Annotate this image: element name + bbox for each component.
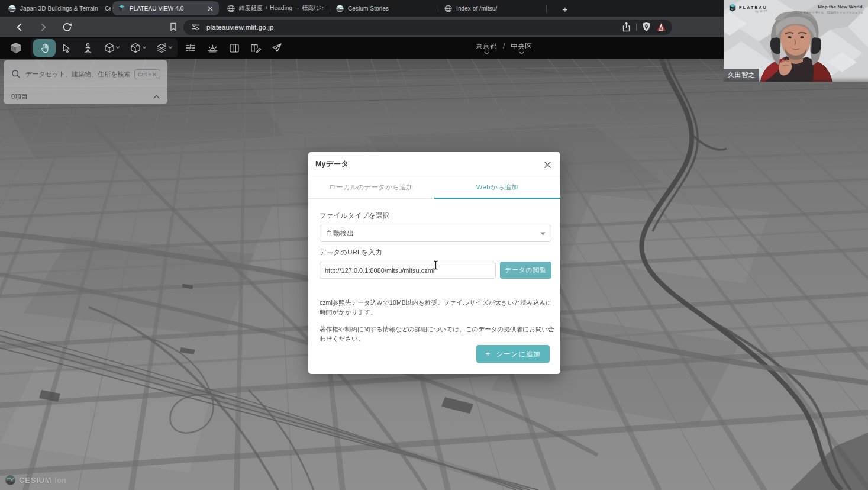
url-text[interactable]: plateauview.mlit.go.jp <box>206 24 274 31</box>
copyright-note: 著作権や制約に関する情報などの詳細については、このデータの提供者にお問い合わせく… <box>320 325 554 344</box>
tab-plateau-view-active[interactable]: PLATEAU VIEW 4.0 <box>112 1 219 15</box>
reload-icon <box>62 22 72 32</box>
site-settings-icon[interactable] <box>191 22 201 32</box>
tab-add-from-web[interactable]: Webから追加 <box>434 176 560 198</box>
tab-title: Japan 3D Buildings & Terrain – Ce <box>20 5 111 12</box>
hand-tool-button[interactable] <box>33 39 56 57</box>
preview-data-button[interactable]: データの閲覧 <box>500 262 551 279</box>
cube-icon <box>104 43 115 53</box>
plateau-logo-icon <box>118 5 125 12</box>
tab-separator <box>546 5 547 12</box>
chevron-up-icon[interactable] <box>153 95 160 99</box>
attribution-ion-label: ion <box>54 476 66 485</box>
modal-header: Myデータ <box>308 152 560 176</box>
plateau-brand-name: PLATEAU <box>739 5 767 9</box>
breadcrumb-prefecture[interactable]: 東京都 <box>476 37 497 59</box>
file-type-select[interactable]: 自動検出 <box>320 225 551 242</box>
breadcrumb-city[interactable]: 中央区 <box>511 37 532 59</box>
tab-index-of-mitsu[interactable]: Index of /mitsu/ <box>438 0 545 17</box>
cesium-logo-icon <box>8 5 16 12</box>
modal-close-button[interactable] <box>541 159 553 170</box>
items-count-label: 0項目 <box>11 92 28 101</box>
new-tab-button[interactable]: + <box>559 2 572 15</box>
pedestrian-icon <box>83 43 93 53</box>
bat-triangle-icon[interactable] <box>656 22 666 31</box>
shadow-toggle-button[interactable] <box>204 39 221 57</box>
globe-icon <box>227 5 235 12</box>
tab-add-from-local[interactable]: ローカルのデータから追加 <box>308 176 434 198</box>
hand-icon <box>39 43 50 54</box>
cursor-arrow-icon <box>62 43 72 53</box>
close-x-icon <box>544 161 551 169</box>
globe-icon <box>444 5 452 12</box>
breadcrumb-city-label: 中央区 <box>511 42 532 51</box>
share-icon[interactable] <box>622 22 631 32</box>
text-cursor <box>433 260 439 270</box>
url-bar[interactable]: plateauview.mlit.go.jp <box>183 20 672 35</box>
cesium-ion-attribution[interactable]: CESIUM ion <box>5 475 66 486</box>
modal-body: ファイルタイプを選択 自動検出 データのURLを入力 データの閲覧 czml参照… <box>308 199 560 344</box>
breadcrumb-prefecture-label: 東京都 <box>476 42 497 51</box>
story-edit-button[interactable] <box>247 39 264 57</box>
book-pencil-icon <box>250 43 262 53</box>
tab-title: PLATEAU VIEW 4.0 <box>130 5 202 12</box>
modal-tab-bar: ローカルのデータから追加 Webから追加 <box>308 176 560 199</box>
pedestrian-tool-button[interactable] <box>79 39 96 57</box>
dataset-items-row[interactable]: 0項目 <box>4 89 167 104</box>
select-caret-icon <box>540 232 546 236</box>
tab-cesium-stories[interactable]: Cesium Stories <box>330 0 437 17</box>
tab-keido-ido-heading[interactable]: 緯度経度 + Heading → 標高/ジオイド <box>221 0 328 17</box>
layers-icon: 3 <box>156 43 167 53</box>
bookmark-icon[interactable] <box>167 21 179 33</box>
tab-japan-3d-buildings[interactable]: Japan 3D Buildings & Terrain – Ce <box>2 0 112 17</box>
brave-shield-icon[interactable] <box>642 22 651 32</box>
url-bar-separator <box>636 23 637 31</box>
compare-columns-button[interactable] <box>225 39 243 57</box>
file-type-label: ファイルタイプを選択 <box>320 211 551 220</box>
share-plane-button[interactable] <box>268 39 286 57</box>
tab-close-icon[interactable] <box>206 5 214 12</box>
tab-title: 緯度経度 + Heading → 標高/ジオイド <box>239 4 323 12</box>
add-to-scene-label: シーンに追加 <box>496 350 541 359</box>
sliders-icon <box>185 43 196 53</box>
search-row: Ctrl + K <box>4 60 167 88</box>
shortcut-badge: Ctrl + K <box>134 69 160 79</box>
chevron-down-icon[interactable] <box>168 46 173 49</box>
back-button[interactable] <box>13 21 25 33</box>
tab-title: Index of /mitsu/ <box>456 5 540 12</box>
plateau-brand-lockup: PLATEAU by MLIT <box>729 4 767 13</box>
add-to-scene-button[interactable]: + シーンに追加 <box>476 345 550 363</box>
tab-title: Cesium Stories <box>348 5 432 12</box>
bookmark-outline-icon <box>169 22 178 31</box>
chevron-down-icon <box>484 51 489 55</box>
back-arrow-icon <box>15 22 24 32</box>
forward-button[interactable] <box>37 21 49 33</box>
attribution-cesium-label: CESIUM <box>19 476 51 485</box>
plateau-tagline: Map the New World. 国土交通省が主導する、3D都市モデルプロジ… <box>794 4 864 14</box>
reload-button[interactable] <box>61 21 73 33</box>
close-x-icon <box>208 6 213 11</box>
settings-sliders-button[interactable] <box>182 39 199 57</box>
plateau-brand-logo-icon <box>729 4 736 12</box>
tagline-sub: 国土交通省が主導する、3D都市モデルプロジェクト <box>794 11 864 14</box>
data-url-input[interactable] <box>320 262 496 279</box>
chevron-down-icon[interactable] <box>115 46 120 49</box>
breadcrumb: 東京都 / 中央区 <box>476 37 532 59</box>
file-type-value: 自動検出 <box>326 229 354 238</box>
search-icon <box>11 69 21 79</box>
select-tool-button[interactable] <box>57 39 75 57</box>
chevron-down-icon[interactable] <box>142 46 147 49</box>
plateau-app-logo-icon[interactable] <box>7 39 25 57</box>
size-recommendation-note: czml参照先データ込みで10MB以内を推奨。ファイルサイズが大きいと読み込みに… <box>320 298 554 317</box>
plateau-cube-icon <box>9 41 23 55</box>
plateau-brand-sub: by MLIT <box>755 10 767 13</box>
search-input[interactable] <box>25 70 134 78</box>
video-bottom-fade <box>724 76 868 82</box>
modal-title: Myデータ <box>315 159 349 169</box>
svg-text:ID: ID <box>136 44 139 48</box>
forward-arrow-icon <box>38 22 48 32</box>
presenter-video-overlay: PLATEAU by MLIT Map the New World. 国土交通省… <box>724 0 868 82</box>
cube-id-icon: ID <box>130 43 141 53</box>
cesium-logo-icon <box>336 5 344 12</box>
data-url-label: データのURLを入力 <box>320 248 551 257</box>
